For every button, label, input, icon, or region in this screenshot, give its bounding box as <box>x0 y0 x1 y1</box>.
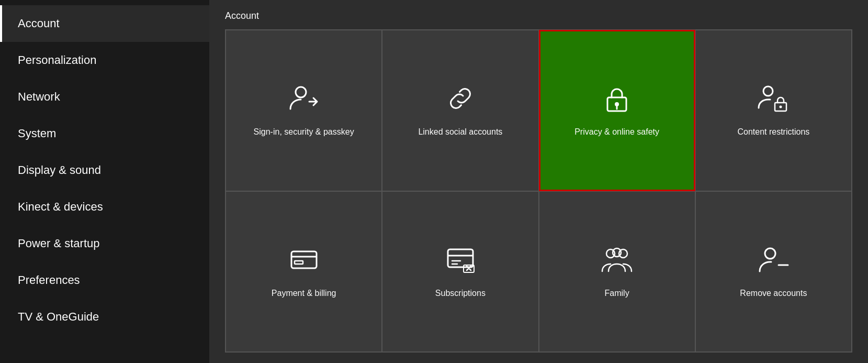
svg-rect-7 <box>291 251 317 268</box>
sidebar-item-account[interactable]: Account <box>0 5 209 42</box>
tile-sign-in[interactable]: Sign-in, security & passkey <box>226 30 382 191</box>
tile-remove-accounts[interactable]: Remove accounts <box>695 191 852 353</box>
settings-grid: Sign-in, security & passkey Linked socia… <box>225 29 852 353</box>
svg-point-17 <box>613 248 621 257</box>
tile-label-subscriptions: Subscriptions <box>435 288 486 299</box>
tile-label-payment-billing: Payment & billing <box>272 288 336 299</box>
tile-linked-social[interactable]: Linked social accounts <box>382 30 538 191</box>
person-minus-icon <box>758 244 789 280</box>
tile-label-privacy-safety: Privacy & online safety <box>574 127 659 138</box>
sidebar-item-personalization[interactable]: Personalization <box>0 42 209 79</box>
tile-family[interactable]: Family <box>539 191 695 353</box>
sidebar-item-tv--oneguide[interactable]: TV & OneGuide <box>0 299 209 335</box>
tile-subscriptions[interactable]: Subscriptions <box>382 191 538 353</box>
people-icon <box>601 244 633 280</box>
sidebar-item-power--startup[interactable]: Power & startup <box>0 225 209 262</box>
sidebar-item-preferences[interactable]: Preferences <box>0 262 209 299</box>
card-icon <box>288 244 320 280</box>
tile-payment-billing[interactable]: Payment & billing <box>226 191 382 353</box>
link-icon <box>445 83 476 118</box>
list-card-icon <box>445 244 476 280</box>
tile-label-sign-in: Sign-in, security & passkey <box>254 127 354 138</box>
sidebar-item-kinect--devices[interactable]: Kinect & devices <box>0 189 209 225</box>
sidebar-item-display--sound[interactable]: Display & sound <box>0 152 209 189</box>
person-lock-icon <box>758 83 789 118</box>
tile-label-content-restrictions: Content restrictions <box>737 127 809 138</box>
sidebar-item-network[interactable]: Network <box>0 79 209 115</box>
person-arrow-icon <box>288 83 320 118</box>
tile-label-family: Family <box>605 288 629 299</box>
svg-point-0 <box>296 87 306 97</box>
tile-privacy-safety[interactable]: Privacy & online safety <box>539 30 695 191</box>
svg-point-4 <box>763 86 773 96</box>
tile-label-remove-accounts: Remove accounts <box>740 288 807 299</box>
page-title: Account <box>225 10 852 21</box>
lock-icon <box>601 83 633 118</box>
sidebar: AccountPersonalizationNetworkSystemDispl… <box>0 0 209 363</box>
svg-point-6 <box>780 106 782 108</box>
sidebar-item-system[interactable]: System <box>0 115 209 152</box>
tile-label-linked-social: Linked social accounts <box>418 127 502 138</box>
svg-rect-9 <box>295 261 303 264</box>
tile-content-restrictions[interactable]: Content restrictions <box>695 30 852 191</box>
main-content: Account Sign-in, security & passkey Link… <box>209 0 868 363</box>
svg-point-18 <box>765 248 775 259</box>
